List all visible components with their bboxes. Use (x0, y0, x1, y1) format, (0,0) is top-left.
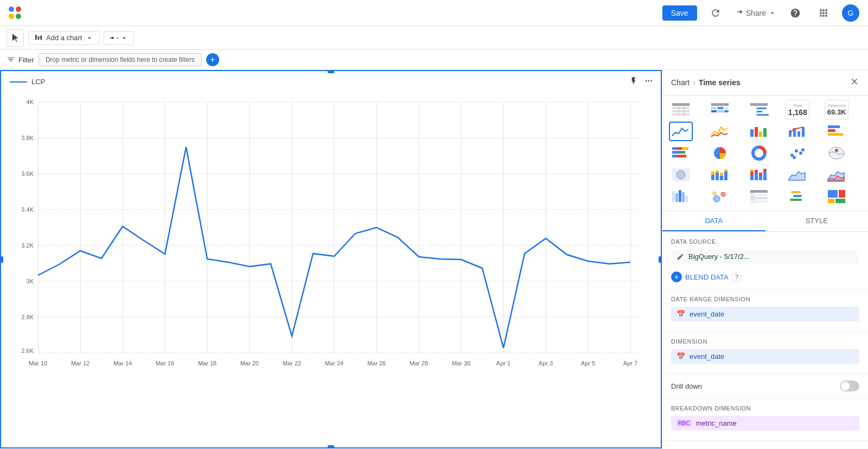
chart-type-time-series[interactable] (669, 122, 693, 141)
filter-text: Filter (18, 56, 34, 64)
blend-data-label[interactable]: BLEND DATA (685, 273, 729, 281)
panel-title: Chart › Time series (671, 78, 741, 87)
svg-rect-119 (763, 169, 767, 172)
svg-rect-69 (757, 107, 767, 109)
metric-section: Metric SUM p75 (662, 441, 868, 448)
chart-lightning-button[interactable] (628, 75, 639, 88)
svg-rect-113 (750, 169, 754, 172)
svg-point-97 (793, 156, 796, 159)
date-range-field[interactable]: 📅 event_date (671, 307, 859, 321)
svg-text:Apr 7: Apr 7 (623, 360, 637, 366)
svg-text:Mar 22: Mar 22 (283, 360, 301, 366)
svg-rect-133 (791, 191, 801, 193)
chart-type-density[interactable] (669, 187, 693, 206)
breakdown-field[interactable]: RBC metric_name (671, 416, 859, 431)
chart-type-treemap[interactable] (825, 187, 848, 206)
legend-line (10, 81, 27, 83)
chart-type-pie[interactable] (708, 143, 732, 163)
add-chart-button[interactable]: Add a chart (28, 31, 99, 45)
dimension-section: Dimension 📅 event_date (662, 332, 868, 374)
chart-type-geo[interactable] (669, 165, 693, 185)
svg-rect-130 (750, 194, 768, 196)
logo-dot (9, 14, 14, 19)
svg-rect-81 (828, 125, 840, 128)
svg-rect-79 (797, 131, 800, 137)
svg-point-98 (801, 148, 805, 151)
chart-type-bar[interactable] (747, 122, 771, 141)
app-logo (9, 7, 21, 19)
resize-handle-bottom[interactable] (328, 445, 334, 448)
resize-handle-top[interactable] (328, 70, 334, 73)
chart-area: LCP 4K 3.8K 3.6K 3.4K 3.2K 3K (0, 70, 662, 448)
tab-data[interactable]: DATA (662, 211, 765, 231)
chart-type-stacked-bar2[interactable] (747, 165, 771, 185)
chart-type-table[interactable] (669, 100, 693, 119)
help-button[interactable] (786, 5, 805, 21)
svg-text:4K: 4K (27, 99, 34, 105)
svg-rect-63 (711, 110, 717, 112)
chart-type-table-heatmap[interactable] (708, 100, 732, 119)
svg-rect-105 (716, 173, 719, 180)
data-source-field[interactable]: BigQuery - 5/17/2... (671, 249, 859, 264)
chart-type-area2[interactable] (825, 165, 848, 185)
data-source-title: Data source (671, 238, 859, 245)
panel-close-button[interactable] (850, 77, 859, 88)
drill-down-toggle[interactable] (840, 381, 859, 391)
svg-rect-132 (750, 200, 768, 203)
chart-type-scatter[interactable] (786, 143, 809, 163)
svg-text:3.8K: 3.8K (21, 135, 34, 141)
avatar[interactable]: G (842, 4, 859, 22)
svg-rect-56 (672, 113, 690, 116)
logo-dot (9, 7, 14, 12)
cursor-tool[interactable] (7, 29, 24, 47)
add-control-button[interactable] (104, 31, 134, 45)
chart-type-scorecard[interactable]: Total 1,168 (786, 100, 809, 119)
svg-text:3K: 3K (27, 278, 34, 284)
resize-handle-left[interactable] (0, 256, 3, 263)
svg-rect-137 (839, 190, 845, 198)
svg-rect-114 (755, 173, 758, 180)
svg-rect-123 (682, 192, 685, 202)
svg-rect-1 (38, 36, 40, 40)
chart-type-bubble[interactable] (708, 187, 732, 206)
chart-type-area[interactable] (786, 165, 809, 185)
refresh-button[interactable] (706, 5, 725, 21)
svg-rect-109 (724, 172, 727, 180)
right-panel: Chart › Time series Total 1,168 (662, 70, 868, 448)
svg-text:Mar 30: Mar 30 (452, 360, 470, 366)
breakdown-dimension-section: Breakdown Dimension RBC metric_name (662, 399, 868, 441)
chart-type-table-bars[interactable] (747, 100, 771, 119)
svg-rect-70 (757, 111, 762, 112)
dimension-field[interactable]: 📅 event_date (671, 349, 859, 364)
chart-type-hbar-stacked[interactable] (669, 143, 693, 163)
toolbar: Add a chart (0, 26, 868, 50)
svg-rect-62 (724, 107, 729, 109)
date-range-field-name: event_date (690, 310, 724, 318)
filter-drop-zone[interactable]: Drop metric or dimension fields here to … (39, 53, 202, 66)
svg-text:Mar 14: Mar 14 (113, 360, 132, 366)
blend-help-icon[interactable]: ? (732, 272, 742, 282)
chart-type-pivot[interactable] (747, 187, 771, 206)
chart-more-button[interactable] (643, 75, 654, 88)
blend-data-icon[interactable]: + (671, 271, 682, 282)
chart-type-scorecard2[interactable]: Sessions 69.3K (825, 100, 848, 119)
chart-type-map[interactable] (825, 143, 848, 163)
svg-text:Mar 24: Mar 24 (325, 360, 343, 366)
resize-handle-right[interactable] (659, 256, 662, 263)
chart-type-hbar[interactable] (825, 122, 848, 141)
filter-add-button[interactable]: + (206, 53, 219, 66)
chart-type-gantt[interactable] (786, 187, 809, 206)
apps-button[interactable] (814, 5, 833, 21)
tab-style[interactable]: STYLE (765, 211, 869, 231)
save-button[interactable]: Save (662, 5, 697, 21)
svg-rect-75 (759, 131, 762, 137)
chart-type-donut[interactable] (747, 143, 771, 163)
svg-text:2.8K: 2.8K (21, 314, 34, 320)
share-button[interactable]: Share (734, 8, 777, 18)
svg-text:2.6K: 2.6K (21, 347, 34, 354)
chart-type-line[interactable] (708, 122, 732, 141)
chart-type-combo[interactable] (786, 122, 809, 141)
chart-type-stacked-bar[interactable] (708, 165, 732, 185)
svg-rect-88 (680, 151, 685, 154)
svg-rect-53 (672, 103, 690, 106)
